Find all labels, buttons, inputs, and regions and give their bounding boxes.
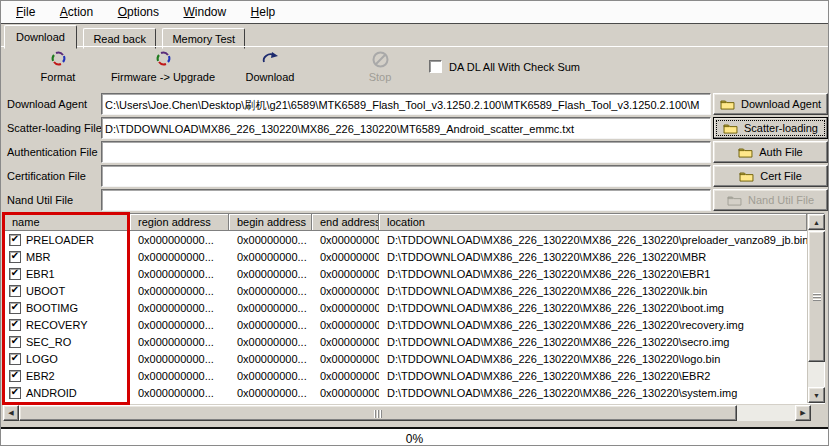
scroll-right-arrow-icon[interactable]: ▶ (795, 405, 811, 421)
table-row[interactable]: ✔MBR 0x000000000... 0x00000000... 0x0000… (4, 248, 807, 265)
column-header-location[interactable]: location (379, 214, 807, 231)
table-row[interactable]: ✔PRELOADER 0x000000000... 0x00000000... … (4, 231, 807, 248)
begin-address-cell: 0x00000000... (229, 387, 312, 399)
column-header-name[interactable]: name (4, 214, 130, 231)
scatter-file-input[interactable] (101, 117, 711, 139)
row-checkbox[interactable]: ✔ (9, 268, 21, 280)
table-row[interactable]: ✔ANDROID 0x000000000... 0x00000000... 0x… (4, 384, 807, 401)
region-address-cell: 0x000000000... (130, 319, 229, 331)
table-row[interactable]: ✔UBOOT 0x000000000... 0x00000000... 0x00… (4, 282, 807, 299)
partition-name: RECOVERY (26, 319, 88, 331)
region-address-cell: 0x000000000... (130, 285, 229, 297)
menu-window[interactable]: Window (173, 1, 236, 22)
row-checkbox[interactable]: ✔ (9, 370, 21, 382)
browse-auth-file-label: Auth File (759, 146, 802, 158)
firmware-refresh-icon (101, 50, 225, 69)
table-row[interactable]: ✔RECOVERY 0x000000000... 0x00000000... 0… (4, 316, 807, 333)
check-icon: ✔ (11, 387, 19, 397)
region-address-cell: 0x000000000... (130, 387, 229, 399)
row-checkbox[interactable]: ✔ (9, 336, 21, 348)
browse-cert-file-button[interactable]: Cert File (713, 165, 828, 187)
location-cell: D:\TDDOWNLOAD\MX86_226_130220\MX86_226_1… (379, 251, 807, 263)
row-checkbox[interactable]: ✔ (9, 353, 21, 365)
check-icon: ✔ (11, 285, 19, 295)
menu-file[interactable]: File (6, 1, 45, 22)
partition-name: MBR (26, 251, 50, 263)
firmware-upgrade-button[interactable]: Firmware -> Upgrade (101, 50, 225, 83)
region-address-cell: 0x000000000... (130, 353, 229, 365)
progress-percent-label: 0% (406, 432, 423, 446)
partition-name: EBR1 (26, 268, 55, 280)
vertical-scroll-thumb[interactable] (808, 231, 825, 362)
vertical-scrollbar[interactable]: ▲ ▼ (807, 214, 824, 403)
folder-icon (723, 122, 738, 134)
row-checkbox[interactable]: ✔ (9, 285, 21, 297)
end-address-cell: 0x00000000... (312, 336, 379, 348)
flash-tool-window: File Action Options Window Help Download… (0, 0, 829, 446)
column-header-begin-address[interactable]: begin address (229, 214, 312, 231)
end-address-cell: 0x00000000... (312, 319, 379, 331)
nand-util-file-label: Nand Util File (7, 194, 73, 206)
da-dl-checksum-checkbox[interactable] (429, 60, 442, 73)
begin-address-cell: 0x00000000... (229, 370, 312, 382)
scroll-up-arrow-icon[interactable]: ▲ (808, 214, 825, 230)
download-button[interactable]: Download (235, 50, 305, 83)
location-cell: D:\TDDOWNLOAD\MX86_226_130220\MX86_226_1… (379, 268, 807, 280)
format-refresh-icon (28, 50, 88, 69)
location-cell: D:\TDDOWNLOAD\MX86_226_130220\MX86_226_1… (379, 353, 807, 365)
partition-name: EBR2 (26, 370, 55, 382)
folder-icon (739, 170, 754, 182)
browse-scatter-button[interactable]: Scatter-loading (713, 117, 828, 139)
check-icon: ✔ (11, 370, 19, 380)
scroll-down-arrow-icon[interactable]: ▼ (808, 387, 825, 403)
table-row[interactable]: ✔BOOTIMG 0x000000000... 0x00000000... 0x… (4, 299, 807, 316)
end-address-cell: 0x00000000... (312, 285, 379, 297)
tab-download[interactable]: Download (4, 25, 77, 49)
firmware-upgrade-label: Firmware -> Upgrade (111, 71, 215, 83)
location-cell: D:\TDDOWNLOAD\MX86_226_130220\MX86_226_1… (379, 336, 807, 348)
end-address-cell: 0x00000000... (312, 268, 379, 280)
row-checkbox[interactable]: ✔ (9, 251, 21, 263)
menu-action[interactable]: Action (50, 1, 103, 22)
row-checkbox[interactable]: ✔ (9, 387, 21, 399)
browse-auth-file-button[interactable]: Auth File (713, 141, 828, 163)
format-button[interactable]: Format (28, 50, 88, 83)
cert-file-input[interactable] (101, 165, 711, 187)
scroll-left-arrow-icon[interactable]: ◀ (3, 405, 19, 421)
end-address-cell: 0x00000000... (312, 302, 379, 314)
browse-download-agent-label: Download Agent (741, 98, 821, 110)
table-row[interactable]: ✔SEC_RO 0x000000000... 0x00000000... 0x0… (4, 333, 807, 350)
row-checkbox[interactable]: ✔ (9, 234, 21, 246)
menu-help[interactable]: Help (241, 1, 286, 22)
menu-options[interactable]: Options (108, 1, 169, 22)
begin-address-cell: 0x00000000... (229, 353, 312, 365)
auth-file-input[interactable] (101, 141, 711, 163)
row-checkbox[interactable]: ✔ (9, 319, 21, 331)
table-row[interactable]: ✔EBR2 0x000000000... 0x00000000... 0x000… (4, 367, 807, 384)
nand-util-file-row: Nand Util File (1, 189, 713, 212)
download-agent-input[interactable] (101, 93, 711, 115)
folder-icon (738, 146, 753, 158)
row-checkbox[interactable]: ✔ (9, 302, 21, 314)
horizontal-scrollbar[interactable]: ◀ ▶ (3, 405, 811, 421)
region-address-cell: 0x000000000... (130, 336, 229, 348)
column-header-region-address[interactable]: region address (130, 214, 229, 231)
stop-icon (353, 50, 407, 69)
check-icon: ✔ (11, 302, 19, 312)
horizontal-scroll-thumb[interactable] (19, 405, 737, 421)
table-row[interactable]: ✔EBR1 0x000000000... 0x00000000... 0x000… (4, 265, 807, 282)
toolbar: Format Firmware -> Upgrade Download (1, 46, 828, 92)
nand-util-file-input[interactable] (101, 189, 711, 211)
begin-address-cell: 0x00000000... (229, 285, 312, 297)
scroll-grip-icon (813, 293, 821, 301)
partition-name: BOOTIMG (26, 302, 78, 314)
auth-file-label: Authentication File (7, 146, 98, 158)
check-icon: ✔ (11, 319, 19, 329)
table-row[interactable]: ✔LOGO 0x000000000... 0x00000000... 0x000… (4, 350, 807, 367)
tab-bar: Download Read back Memory Test (4, 25, 247, 46)
check-icon: ✔ (11, 353, 19, 363)
column-header-end-address[interactable]: end address (312, 214, 379, 231)
end-address-cell: 0x00000000... (312, 251, 379, 263)
browse-download-agent-button[interactable]: Download Agent (713, 93, 828, 115)
location-cell: D:\TDDOWNLOAD\MX86_226_130220\MX86_226_1… (379, 319, 807, 331)
